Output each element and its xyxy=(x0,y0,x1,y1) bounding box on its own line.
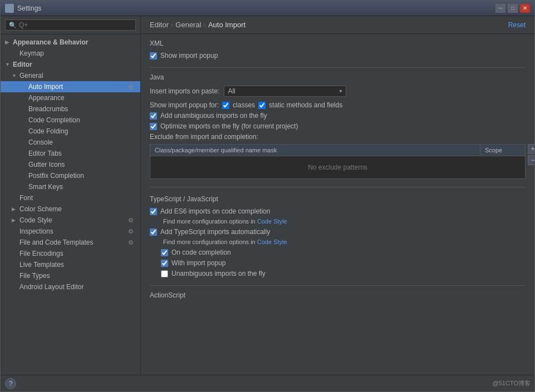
unambiguous-row: Unambiguous imports on the fly xyxy=(150,270,526,277)
sidebar-item-label: Code Folding xyxy=(28,127,136,135)
breadcrumb-sep1: › xyxy=(171,21,173,29)
unambiguous-label: Unambiguous imports on the fly xyxy=(171,270,266,277)
search-icon: 🔍 xyxy=(9,22,17,29)
nav-tree: ▶ Appearance & Behavior Keymap ▼ Editor … xyxy=(1,34,140,375)
settings-window: Settings ─ □ ✕ 🔍 ▶ Appearance & Behavior xyxy=(0,0,535,392)
insert-imports-label: Insert imports on paste: xyxy=(150,87,219,95)
exclude-section: Exclude from import and completion: Clas… xyxy=(150,133,526,179)
sidebar-item-label: File and Code Templates xyxy=(19,239,126,246)
java-section-title: Java xyxy=(150,73,526,81)
sidebar-item-file-types[interactable]: File Types xyxy=(1,270,140,281)
title-bar: Settings ─ □ ✕ xyxy=(1,1,534,16)
sidebar-item-label: General xyxy=(19,72,136,80)
sidebar-item-font[interactable]: Font xyxy=(1,192,140,204)
breadcrumb-auto-import: Auto Import xyxy=(208,21,246,29)
sidebar-item-label: Code Completion xyxy=(28,116,136,124)
sidebar-item-console[interactable]: Console xyxy=(1,137,140,148)
insert-imports-row: Insert imports on paste: All Ask None xyxy=(150,86,526,97)
add-es6-label: Add ES6 imports on code completion xyxy=(160,207,270,215)
sidebar-item-label: Gutter Icons xyxy=(28,161,136,168)
show-import-popup-checkbox[interactable] xyxy=(150,52,157,59)
sidebar-item-code-folding[interactable]: Code Folding xyxy=(1,126,140,137)
insert-imports-select[interactable]: All Ask None xyxy=(224,86,346,97)
add-unambiguous-label: Add unambiguous imports on the fly xyxy=(160,112,267,120)
search-input[interactable] xyxy=(19,21,132,29)
add-es6-row: Add ES6 imports on code completion xyxy=(150,207,526,215)
unambiguous-checkbox[interactable] xyxy=(161,270,168,277)
sidebar-item-editor-tabs[interactable]: Editor Tabs xyxy=(1,148,140,159)
sidebar-item-inspections[interactable]: Inspections ⚙ xyxy=(1,226,140,237)
add-pattern-button[interactable]: + xyxy=(528,144,534,154)
find-more-es6: Find more configuration options in Code … xyxy=(163,218,526,225)
sidebar-item-label: Console xyxy=(28,138,136,146)
with-import-popup-label: With import popup xyxy=(171,259,225,267)
sidebar-item-appearance-behavior[interactable]: ▶ Appearance & Behavior xyxy=(1,37,140,48)
close-button[interactable]: ✕ xyxy=(520,4,530,13)
exclude-table: Class/package/member qualified name mask… xyxy=(150,144,526,179)
find-more-ts-text: Find more configuration options in xyxy=(163,239,256,245)
static-methods-label: static methods and fields xyxy=(269,101,342,109)
bottom-bar: ? xyxy=(1,375,534,391)
sidebar-item-smart-keys[interactable]: Smart Keys xyxy=(1,181,140,192)
window-title: Settings xyxy=(17,4,41,12)
sidebar-item-general[interactable]: ▼ General xyxy=(1,70,140,81)
minimize-button[interactable]: ─ xyxy=(495,4,505,13)
on-code-completion-checkbox[interactable] xyxy=(161,249,168,256)
add-unambiguous-checkbox[interactable] xyxy=(150,112,157,120)
help-button[interactable]: ? xyxy=(5,378,16,389)
sidebar-item-appearance[interactable]: Appearance xyxy=(1,92,140,103)
xml-section: XML Show import popup xyxy=(150,39,526,59)
add-ts-imports-row: Add TypeScript imports automatically xyxy=(150,228,526,236)
xml-section-title: XML xyxy=(150,39,526,47)
sidebar: 🔍 ▶ Appearance & Behavior Keymap ▼ Edito… xyxy=(1,16,141,375)
expand-icon: ▶ xyxy=(12,206,17,212)
table-header: Class/package/member qualified name mask… xyxy=(150,145,525,156)
sidebar-item-keymap[interactable]: Keymap xyxy=(1,48,140,59)
sidebar-item-label: Keymap xyxy=(19,49,136,57)
sidebar-item-breadcrumbs[interactable]: Breadcrumbs xyxy=(1,103,140,115)
sidebar-item-android-layout[interactable]: Android Layout Editor xyxy=(1,281,140,292)
remove-pattern-button[interactable]: − xyxy=(528,155,534,165)
sidebar-item-file-encodings[interactable]: File Encodings xyxy=(1,248,140,259)
sidebar-item-label: Editor Tabs xyxy=(28,150,136,157)
breadcrumb-bar: Editor › General › Auto Import Reset xyxy=(141,16,534,34)
sidebar-item-gutter-icons[interactable]: Gutter Icons xyxy=(1,159,140,170)
watermark: @51CTO博客 xyxy=(493,379,531,388)
breadcrumb: Editor › General › Auto Import xyxy=(150,21,246,29)
reset-button[interactable]: Reset xyxy=(508,21,526,29)
xml-divider xyxy=(150,67,526,68)
sidebar-item-auto-import[interactable]: Auto Import ⚙ xyxy=(1,81,140,92)
breadcrumb-sep2: › xyxy=(204,21,206,29)
sidebar-item-label: Inspections xyxy=(19,227,126,235)
optimize-imports-row: Optimize imports on the fly (for current… xyxy=(150,122,526,130)
sidebar-item-postfix-completion[interactable]: Postfix Completion xyxy=(1,170,140,181)
code-style-link2[interactable]: Code Style xyxy=(257,239,287,245)
with-import-popup-checkbox[interactable] xyxy=(161,260,168,267)
code-style-link1[interactable]: Code Style xyxy=(257,218,287,225)
settings-icon: ⚙ xyxy=(128,217,136,224)
sidebar-item-label: Postfix Completion xyxy=(28,172,136,180)
title-bar-left: Settings xyxy=(5,4,41,13)
sidebar-item-file-code-templates[interactable]: File and Code Templates ⚙ xyxy=(1,237,140,248)
sidebar-item-editor[interactable]: ▼ Editor xyxy=(1,59,140,70)
settings-icon: ⚙ xyxy=(128,239,136,246)
col-mask: Class/package/member qualified name mask xyxy=(150,145,480,156)
static-methods-checkbox[interactable] xyxy=(258,102,266,109)
classes-checkbox[interactable] xyxy=(222,102,229,109)
show-import-for-label: Show import popup for: xyxy=(150,101,219,109)
add-es6-checkbox[interactable] xyxy=(150,208,157,215)
optimize-imports-checkbox[interactable] xyxy=(150,123,157,130)
sidebar-item-color-scheme[interactable]: ▶ Color Scheme xyxy=(1,204,140,215)
sidebar-item-label: Code Style xyxy=(19,216,126,224)
with-import-popup-row: With import popup xyxy=(150,259,526,267)
actionscript-section: ActionScript xyxy=(150,291,526,299)
sidebar-item-live-templates[interactable]: Live Templates xyxy=(1,259,140,270)
sidebar-item-label: Appearance xyxy=(28,94,136,102)
add-ts-imports-checkbox[interactable] xyxy=(150,229,157,236)
sidebar-item-code-completion[interactable]: Code Completion xyxy=(1,115,140,126)
maximize-button[interactable]: □ xyxy=(508,4,518,13)
search-input-wrap[interactable]: 🔍 xyxy=(5,19,136,31)
sidebar-item-label: Editor xyxy=(13,61,136,68)
sidebar-item-code-style[interactable]: ▶ Code Style ⚙ xyxy=(1,215,140,226)
on-code-completion-label: On code completion xyxy=(171,249,231,256)
